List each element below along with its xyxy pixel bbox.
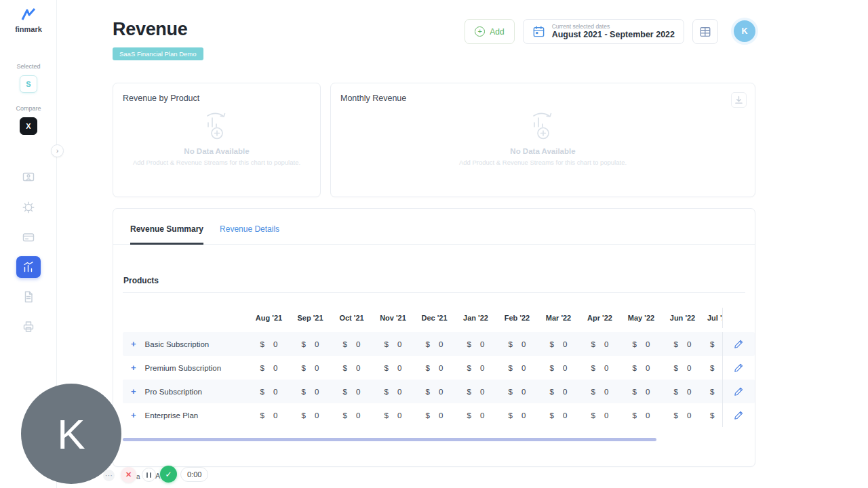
cell-value: 0 [315,388,319,396]
monthly-revenue-card: Monthly Revenue No Data Available Add Pr… [330,83,755,197]
tab-revenue-summary[interactable]: Revenue Summary [130,224,203,245]
edit-row-button[interactable] [722,380,755,403]
add-button[interactable]: + Add [465,19,514,44]
edit-pencil-icon [734,386,744,396]
download-icon [734,96,743,104]
gear-icon[interactable] [16,197,41,218]
currency-symbol: $ [426,364,430,372]
currency-symbol: $ [343,411,347,420]
chart-title: Revenue by Product [123,94,199,103]
empty-chart-icon [525,110,561,142]
cell-value: 0 [563,388,567,396]
currency-symbol: $ [302,388,306,396]
edit-pencil-icon [734,363,744,373]
compare-scenario-button[interactable]: X [20,117,37,135]
currency-symbol: $ [302,364,306,372]
user-screen-icon[interactable] [16,167,41,188]
value-cell: $0 [538,388,579,396]
currency-symbol: $ [260,340,264,348]
cell-value: 0 [273,364,277,372]
selected-scenario-button[interactable]: S [20,75,37,93]
cell-value: 0 [356,411,360,420]
currency-symbol: $ [384,340,389,348]
value-cell: $0 [414,364,455,372]
expand-row-button[interactable]: + [131,386,136,396]
currency-symbol: $ [550,340,554,348]
cell-value: 0 [521,340,526,348]
scrollbar-thumb[interactable] [123,438,656,441]
bar-chart-icon[interactable] [16,256,41,278]
value-cell: $0 [662,364,703,372]
table-row: +Enterprise Plan$0$0$0$0$0$0$0$0$0$0$0$ [123,403,755,427]
currency-symbol: $ [426,388,430,396]
value-cell: $0 [290,364,331,372]
recorder-menu-button[interactable]: ⋯ [103,470,115,481]
value-cell: $0 [662,388,703,396]
recorder-cancel-button[interactable]: ✕ [121,467,136,483]
edit-row-button[interactable] [722,356,755,380]
wallet-icon[interactable] [16,226,41,248]
currency-symbol: $ [384,364,389,372]
selected-label: Selected [0,63,57,70]
table-view-button[interactable] [692,19,718,44]
value-cell-partial: $ [703,388,722,396]
pause-icon [146,472,148,478]
month-columns: Aug '21Sep '21Oct '21Nov '21Dec '21Jan '… [248,308,722,328]
value-cell: $0 [372,411,414,420]
currency-symbol: $ [302,411,306,420]
date-range-value: August 2021 - September 2022 [552,30,675,40]
table-body: +Basic Subscription$0$0$0$0$0$0$0$0$0$0$… [123,332,755,427]
month-column-header: Feb '22 [496,314,538,322]
currency-symbol: $ [550,364,554,372]
brand-logo: finmark [0,8,57,33]
camera-bubble[interactable]: K [21,384,121,484]
cell-value: 0 [521,388,526,396]
currency-symbol: $ [633,364,637,372]
recorder-finish-button[interactable]: ✓ [160,466,177,483]
section-divider [123,292,745,293]
currency-symbol: $ [467,388,471,396]
currency-symbol: $ [550,411,554,420]
date-caption: Current selected dates [552,23,610,30]
edit-row-button[interactable] [722,403,755,427]
products-table: Aug '21Sep '21Oct '21Nov '21Dec '21Jan '… [123,308,755,427]
tab-revenue-details[interactable]: Revenue Details [220,224,279,244]
cell-value: 0 [646,411,650,420]
expand-row-button[interactable]: + [131,339,136,349]
value-cell: $0 [620,364,662,372]
value-cell-partial: $ [703,340,722,348]
expand-row-button[interactable]: + [131,363,136,373]
document-icon[interactable] [16,286,41,308]
empty-state: No Data Available Add Product & Revenue … [113,110,320,166]
empty-chart-icon [199,110,235,142]
expand-row-button[interactable]: + [131,410,136,420]
sidebar-expand-button[interactable]: › [51,144,64,157]
row-values: $0$0$0$0$0$0$0$0$0$0$0$ [248,356,722,380]
user-avatar[interactable]: K [734,20,755,42]
value-cell: $0 [538,411,579,420]
cell-value: 0 [521,411,526,420]
edit-row-button[interactable] [722,332,755,356]
products-section-label: Products [123,276,755,285]
download-chart-button[interactable] [731,92,747,108]
currency-symbol: $ [591,388,595,396]
value-cell-partial: $ [703,411,722,420]
date-range-selector[interactable]: Current selected dates August 2021 - Sep… [523,19,684,44]
recorder-pause-button[interactable] [142,468,156,482]
value-cell-partial: $ [703,364,722,372]
month-column-header: Dec '21 [414,314,455,322]
currency-symbol: $ [633,411,637,420]
empty-state-title: No Data Available [331,147,755,155]
cell-value: 0 [273,388,277,396]
month-column-header: Apr '22 [579,314,620,322]
currency-symbol: $ [260,364,264,372]
printer-icon[interactable] [16,316,41,338]
horizontal-scrollbar[interactable] [123,438,755,441]
cell-value: 0 [439,364,443,372]
value-cell: $0 [290,340,331,348]
cell-value: 0 [604,340,608,348]
empty-state-title: No Data Available [113,147,320,155]
month-column-header: Jul '22 [703,314,722,322]
plan-badge: SaaS Financial Plan Demo [113,47,203,60]
cell-value: 0 [315,411,319,420]
